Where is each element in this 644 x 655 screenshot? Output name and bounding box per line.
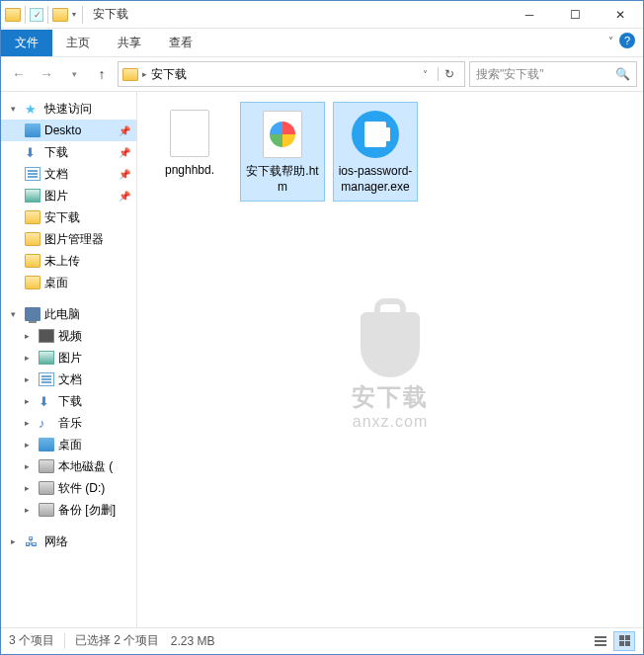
- expand-icon[interactable]: ▸: [25, 461, 35, 471]
- expand-icon[interactable]: ▸: [25, 483, 35, 493]
- file-item[interactable]: pnghhbd.: [147, 102, 232, 185]
- expand-icon[interactable]: ▸: [25, 331, 35, 341]
- document-icon: [25, 167, 40, 181]
- sidebar-item-drive[interactable]: ▸备份 [勿删]: [1, 499, 136, 521]
- properties-icon[interactable]: ✓: [30, 8, 43, 22]
- sidebar-item-documents[interactable]: 文档📌: [1, 163, 136, 185]
- folder-icon: [25, 232, 40, 246]
- sidebar-item-pictures[interactable]: 图片📌: [1, 185, 136, 206]
- file-thumbnail: [257, 109, 308, 160]
- sidebar-item-label: 未上传: [44, 253, 80, 270]
- sidebar-item-folder[interactable]: 图片管理器: [1, 228, 136, 250]
- quick-access-toolbar: ✓ ▾: [1, 6, 89, 24]
- file-thumbnail: [350, 109, 401, 160]
- help-icon[interactable]: ?: [619, 33, 635, 48]
- breadcrumb-location[interactable]: 安下载: [151, 66, 187, 83]
- sidebar-this-pc[interactable]: ▾ 此电脑: [1, 303, 136, 325]
- ribbon-collapse-icon[interactable]: ˅: [608, 36, 613, 46]
- expand-icon[interactable]: ▾: [11, 309, 21, 319]
- file-item[interactable]: ios-password-manager.exe: [333, 102, 418, 202]
- chevron-right-icon[interactable]: ▸: [142, 69, 147, 79]
- file-thumbnail: [164, 108, 215, 159]
- expand-icon[interactable]: ▸: [25, 353, 35, 363]
- sidebar-item-label: 快速访问: [44, 101, 92, 118]
- expand-icon[interactable]: ▸: [25, 396, 35, 406]
- sidebar-item-folder[interactable]: 桌面: [1, 272, 136, 293]
- close-button[interactable]: ✕: [598, 1, 643, 28]
- network-icon: 🖧: [25, 534, 40, 548]
- sidebar-item-downloads[interactable]: ▸⬇下载: [1, 390, 136, 412]
- qat-dropdown-icon[interactable]: ▾: [70, 10, 78, 19]
- folder-icon[interactable]: [52, 8, 68, 22]
- music-icon: ♪: [39, 416, 54, 430]
- sidebar-item-music[interactable]: ▸♪音乐: [1, 412, 136, 434]
- download-icon: ⬇: [25, 145, 40, 159]
- sidebar-item-label: 桌面: [44, 275, 68, 291]
- sidebar-item-folder[interactable]: 安下载: [1, 206, 136, 228]
- sidebar-item-label: 文档: [58, 371, 82, 388]
- file-label: pnghhbd.: [165, 163, 214, 179]
- recent-dropdown-icon[interactable]: ▾: [62, 62, 86, 86]
- watermark: 安下载 anxz.com: [352, 312, 429, 431]
- sidebar-item-label: 备份 [勿删]: [58, 502, 116, 519]
- sidebar-quick-access[interactable]: ▾ ★ 快速访问: [1, 98, 136, 120]
- picture-icon: [25, 189, 40, 203]
- breadcrumb[interactable]: ▸ 安下载 ˅ ↻: [118, 61, 465, 87]
- refresh-icon[interactable]: ↻: [438, 67, 460, 81]
- sidebar-item-documents[interactable]: ▸文档: [1, 368, 136, 390]
- status-selection: 已选择 2 个项目: [75, 632, 159, 649]
- desktop-icon: [39, 438, 54, 451]
- forward-button[interactable]: →: [35, 62, 58, 86]
- search-icon[interactable]: 🔍: [615, 67, 630, 81]
- expand-icon[interactable]: ▾: [11, 104, 21, 114]
- pin-icon: 📌: [119, 147, 130, 158]
- expand-icon[interactable]: ▸: [25, 440, 35, 450]
- sidebar-item-videos[interactable]: ▸视频: [1, 325, 136, 347]
- sidebar-item-pictures[interactable]: ▸图片: [1, 347, 136, 368]
- up-button[interactable]: ↑: [90, 62, 114, 86]
- back-button[interactable]: ←: [7, 62, 31, 86]
- sidebar-item-drive[interactable]: ▸本地磁盘 (: [1, 455, 136, 477]
- sidebar-item-label: 视频: [58, 328, 82, 345]
- sidebar-item-downloads[interactable]: ⬇下载📌: [1, 141, 136, 163]
- shield-icon: [361, 312, 420, 377]
- sidebar-item-folder[interactable]: 未上传: [1, 250, 136, 272]
- minimize-button[interactable]: ─: [507, 1, 552, 28]
- file-item[interactable]: 安下载帮助.htm: [240, 102, 325, 202]
- expand-icon[interactable]: ▸: [25, 418, 35, 428]
- drive-icon: [39, 481, 54, 495]
- chevron-down-icon[interactable]: ˅: [417, 69, 434, 80]
- sidebar-item-label: 下载: [58, 393, 82, 410]
- tab-file[interactable]: 文件: [1, 30, 52, 56]
- view-details-button[interactable]: [590, 631, 611, 651]
- search-input[interactable]: 搜索"安下载" 🔍: [469, 61, 637, 87]
- folder-icon[interactable]: [5, 8, 21, 22]
- sidebar-item-label: 下载: [44, 144, 68, 161]
- sidebar-item-label: 图片: [44, 188, 68, 205]
- expand-icon[interactable]: ▸: [11, 536, 21, 546]
- view-large-icons-button[interactable]: [613, 631, 635, 651]
- sidebar-item-label: 安下载: [44, 209, 80, 226]
- sidebar-item-desktop[interactable]: ▸桌面: [1, 434, 136, 455]
- maximize-button[interactable]: ☐: [552, 1, 598, 28]
- sidebar-network[interactable]: ▸ 🖧 网络: [1, 531, 136, 552]
- exe-file-icon: [352, 111, 399, 158]
- pin-icon: 📌: [119, 169, 130, 180]
- expand-icon[interactable]: ▸: [25, 374, 35, 384]
- video-icon: [39, 329, 54, 343]
- download-icon: ⬇: [39, 394, 54, 408]
- navigation-pane[interactable]: ▾ ★ 快速访问 Deskto📌 ⬇下载📌 文档📌 图片📌 安下载 图片管理器 …: [1, 92, 137, 627]
- file-label: ios-password-manager.exe: [336, 164, 415, 195]
- file-list[interactable]: pnghhbd. 安下载帮助.htm ios-password-manager.…: [137, 92, 643, 627]
- sidebar-item-label: 此电脑: [44, 306, 80, 323]
- sidebar-item-label: 网络: [44, 533, 68, 550]
- tab-view[interactable]: 查看: [155, 30, 206, 56]
- sidebar-item-desktop[interactable]: Deskto📌: [1, 120, 136, 141]
- tab-share[interactable]: 共享: [104, 30, 155, 56]
- expand-icon[interactable]: ▸: [25, 505, 35, 515]
- folder-icon: [122, 68, 138, 81]
- star-icon: ★: [25, 102, 40, 116]
- tab-home[interactable]: 主页: [52, 30, 104, 56]
- pin-icon: 📌: [119, 125, 130, 136]
- sidebar-item-drive[interactable]: ▸软件 (D:): [1, 477, 136, 499]
